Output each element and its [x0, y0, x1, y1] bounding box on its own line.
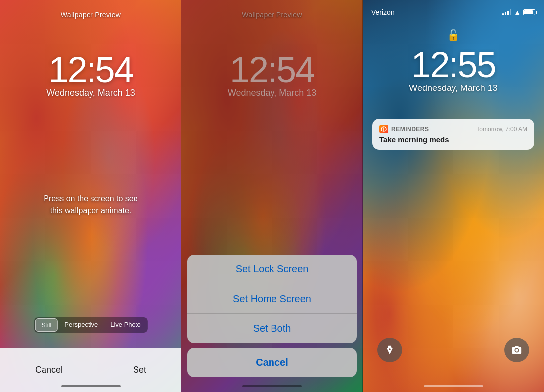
home-indicator	[424, 385, 483, 387]
signal-bar-4	[510, 9, 511, 15]
wifi-icon: ▲	[514, 8, 521, 16]
panel-1-wallpaper-preview: Wallpaper Preview 12:54 Wednesday, March…	[0, 0, 181, 392]
signal-bar-1	[502, 13, 504, 15]
battery-fill	[524, 10, 533, 14]
cancel-button[interactable]: Cancel	[187, 348, 357, 377]
wallpaper-type-segmented-control: Still Perspective Live Photo	[34, 317, 147, 333]
set-lock-screen-button[interactable]: Set Lock Screen	[187, 255, 357, 284]
reminders-app-icon	[379, 125, 388, 133]
lock-icon: 🔓	[363, 29, 544, 42]
home-indicator	[61, 385, 121, 387]
signal-bar-2	[505, 12, 506, 15]
panel1-preview-label: Wallpaper Preview	[0, 11, 181, 19]
carrier-label: Verizon	[371, 8, 395, 16]
status-bar: Verizon ▲	[363, 0, 544, 20]
notification-header: REMINDERS Tomorrow, 7:00 AM	[379, 125, 527, 133]
panel2-date: Wednesday, March 13	[181, 88, 363, 98]
seg-still[interactable]: Still	[35, 318, 58, 332]
notification-time: Tomorrow, 7:00 AM	[476, 126, 527, 132]
panel1-bottom-bar: Cancel Set	[0, 348, 181, 392]
panel1-time: 12:54	[0, 49, 181, 90]
action-group: Set Lock Screen Set Home Screen Set Both	[187, 255, 357, 343]
seg-live-photo[interactable]: Live Photo	[104, 318, 146, 332]
panel-3-lock-screen: Verizon ▲ 🔓 12:55 Wednesday, March 13	[363, 0, 544, 392]
status-icons: ▲	[502, 8, 535, 16]
set-button[interactable]: Set	[118, 361, 161, 379]
notification-card[interactable]: REMINDERS Tomorrow, 7:00 AM Take morning…	[372, 119, 534, 150]
panel-2-action-sheet: Wallpaper Preview 12:54 Wednesday, March…	[181, 0, 363, 392]
wallpaper-action-sheet: Set Lock Screen Set Home Screen Set Both…	[181, 255, 363, 392]
battery-icon	[523, 9, 535, 15]
home-indicator	[242, 385, 302, 387]
svg-point-2	[383, 130, 384, 131]
cancel-button[interactable]: Cancel	[20, 361, 78, 379]
panel3-time: 12:55	[363, 44, 544, 85]
notification-body: Take morning meds	[379, 135, 527, 144]
panel1-date: Wednesday, March 13	[0, 88, 181, 98]
panel2-time: 12:54	[181, 49, 363, 90]
seg-perspective[interactable]: Perspective	[58, 318, 104, 332]
panel2-preview-label: Wallpaper Preview	[181, 11, 363, 19]
panel1-hint: Press on the screen to see this wallpape…	[0, 193, 181, 217]
signal-icon	[502, 9, 511, 15]
panel3-date: Wednesday, March 13	[363, 83, 544, 93]
signal-bar-3	[507, 11, 509, 15]
notification-app-name: REMINDERS	[391, 126, 473, 132]
set-home-screen-button[interactable]: Set Home Screen	[187, 284, 357, 314]
camera-button[interactable]	[504, 338, 529, 362]
torch-button[interactable]	[377, 338, 402, 362]
set-both-button[interactable]: Set Both	[187, 314, 357, 343]
